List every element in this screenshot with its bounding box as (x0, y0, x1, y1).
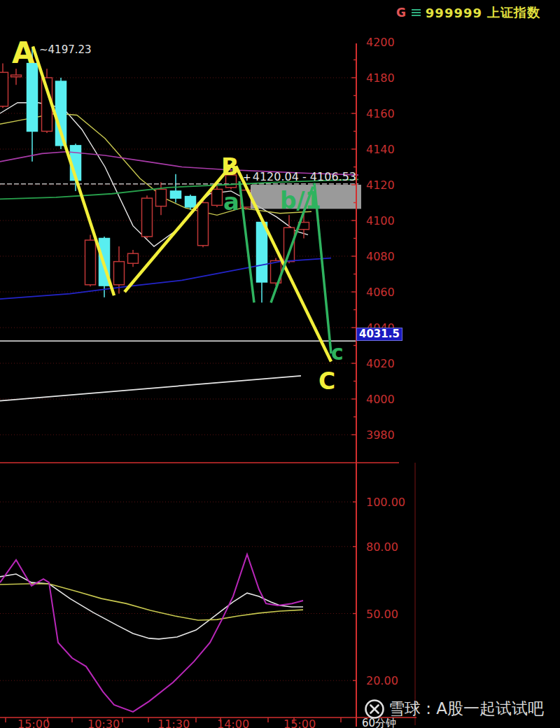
current-price-tag: 4031.5 (356, 328, 402, 341)
time-label: 10:30 (88, 718, 120, 728)
price-label: 4080 (366, 250, 395, 263)
stock-chart-app: ABCab/1c 4200418041604140412041004080406… (0, 0, 560, 728)
crosshair-mark-icon: + (243, 172, 251, 183)
indicator-label: 20.00 (366, 674, 398, 687)
candle-body (198, 203, 209, 246)
time-label: 15:00 (284, 718, 316, 728)
price-label: 3980 (366, 428, 395, 442)
price-axis: 4200418041604140412041004080406040404020… (351, 36, 395, 727)
window-header: G 999999 上证指数 (396, 4, 540, 21)
wave-label: C (318, 368, 335, 395)
candle-body (212, 189, 223, 205)
candle-body (186, 197, 196, 207)
high-price-annotation: ~4197.23 (39, 43, 92, 56)
watermark: 雪球 : A股一起试试吧 (364, 698, 544, 720)
price-label: 4180 (366, 71, 395, 85)
candle-body (128, 253, 139, 263)
indicator-panel: 100.0080.0050.0020.00 (0, 463, 415, 725)
candle-body (27, 64, 38, 132)
wave-line-yellow (125, 163, 233, 292)
price-label: 4160 (366, 107, 395, 120)
candle-body (85, 240, 96, 285)
xueqiu-logo-icon (364, 699, 385, 720)
g-indicator-label: G (396, 6, 407, 20)
wave-label: A (12, 36, 35, 70)
watermark-text: 雪球 : A股一起试试吧 (388, 698, 544, 720)
chart-canvas: ABCab/1c 4200418041604140412041004080406… (0, 0, 560, 728)
candle-body (114, 262, 125, 285)
symbol-name[interactable]: 上证指数 (487, 4, 540, 21)
price-label: 4020 (366, 357, 395, 370)
wave-label: b/1 (280, 187, 321, 214)
price-label: 4140 (366, 143, 395, 156)
candle-body (142, 198, 153, 237)
indicator-line-D (0, 584, 303, 620)
time-label: 15:00 (18, 718, 50, 728)
trend-line-white (0, 376, 301, 401)
indicator-lines (0, 554, 303, 712)
gap-range-annotation: +4120.04 - 4106.53 (243, 170, 356, 183)
wave-label: B (221, 153, 239, 181)
candle-body (11, 75, 22, 77)
indicator-label: 50.00 (366, 608, 398, 621)
gap-range-text: 4120.04 - 4106.53 (253, 170, 356, 183)
hamburger-icon[interactable] (412, 9, 421, 16)
main-chart: ABCab/1c 4200418041604140412041004080406… (0, 36, 395, 727)
time-axis: 15:0010:3011:3014:0015:00 (0, 718, 416, 728)
main-gridlines (0, 78, 356, 435)
time-label: 11:30 (158, 718, 190, 728)
candle-body (0, 72, 8, 106)
candle-body (171, 191, 181, 198)
indicator-gridlines (0, 502, 356, 680)
wave-line-yellow (33, 46, 114, 295)
time-label: 14:00 (217, 718, 249, 728)
indicator-label: 100.00 (366, 496, 405, 509)
price-label: 4120 (366, 178, 395, 192)
indicator-line-J (0, 554, 303, 712)
wave-label: c (331, 340, 344, 365)
price-label: 4060 (366, 286, 395, 299)
price-label: 4100 (366, 214, 395, 227)
indicator-label: 80.00 (366, 540, 398, 554)
wave-label: a (223, 188, 239, 216)
price-label: 4200 (366, 36, 395, 49)
price-label: 4000 (366, 393, 395, 406)
candle-body (257, 223, 267, 282)
symbol-code[interactable]: 999999 (426, 6, 482, 20)
candle-body (156, 189, 167, 206)
